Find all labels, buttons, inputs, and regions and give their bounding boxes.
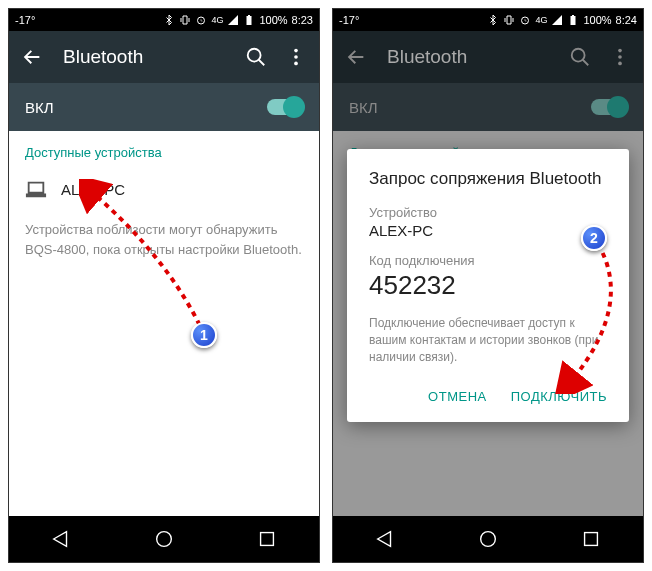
signal-icon: [551, 14, 563, 26]
battery-pct: 100%: [259, 14, 287, 26]
page-title: Bluetooth: [63, 46, 225, 68]
svg-point-8: [572, 49, 585, 62]
svg-rect-6: [261, 533, 274, 546]
nav-back-icon[interactable]: [50, 528, 72, 550]
signal-icon: [227, 14, 239, 26]
svg-point-4: [294, 62, 298, 66]
code-label: Код подключения: [369, 253, 607, 268]
clock: 8:24: [616, 14, 637, 26]
nav-bar: [9, 516, 319, 562]
svg-point-1: [248, 49, 261, 62]
device-name: ALEX-PC: [61, 181, 125, 198]
more-icon[interactable]: [285, 46, 307, 68]
available-devices-header: Доступные устройства: [25, 145, 303, 160]
battery-icon: [243, 14, 255, 26]
pairing-dialog: Запрос сопряжения Bluetooth Устройство A…: [347, 149, 629, 422]
svg-point-5: [157, 532, 172, 547]
search-icon[interactable]: [569, 46, 591, 68]
nav-recent-icon[interactable]: [256, 528, 278, 550]
dialog-info: Подключение обеспечивает доступ к вашим …: [369, 315, 607, 365]
clock: 8:23: [292, 14, 313, 26]
toggle-label: ВКЛ: [349, 99, 378, 116]
status-icons: 4G 100% 8:23: [163, 14, 313, 26]
alarm-icon: [519, 14, 531, 26]
callout-1: 1: [191, 322, 217, 348]
svg-point-3: [294, 55, 298, 59]
svg-point-12: [481, 532, 496, 547]
bluetooth-toggle[interactable]: [591, 99, 627, 115]
status-bar: -17° 4G 100% 8:23: [9, 9, 319, 31]
phone-left: -17° 4G 100% 8:23 Bluetooth ВКЛ Доступны…: [8, 8, 320, 563]
device-label: Устройство: [369, 205, 607, 220]
dialog-title: Запрос сопряжения Bluetooth: [369, 169, 607, 189]
vibrate-icon: [179, 14, 191, 26]
bluetooth-icon: [487, 14, 499, 26]
bluetooth-icon: [163, 14, 175, 26]
device-item[interactable]: ALEX-PC: [25, 178, 303, 200]
svg-rect-13: [585, 533, 598, 546]
nav-bar: [333, 516, 643, 562]
bluetooth-toggle-row: ВКЛ: [9, 83, 319, 131]
nav-home-icon[interactable]: [153, 528, 175, 550]
nav-home-icon[interactable]: [477, 528, 499, 550]
svg-point-10: [618, 55, 622, 59]
app-header: Bluetooth: [9, 31, 319, 83]
app-header: Bluetooth: [333, 31, 643, 83]
nav-recent-icon[interactable]: [580, 528, 602, 550]
temperature: -17°: [15, 14, 35, 26]
content-area: Доступные устройства ALEX-PC Устройства …: [9, 131, 319, 516]
vibrate-icon: [503, 14, 515, 26]
temperature: -17°: [339, 14, 359, 26]
status-bar: -17° 4G 100% 8:24: [333, 9, 643, 31]
phone-right: -17° 4G 100% 8:24 Bluetooth ВКЛ Доступны…: [332, 8, 644, 563]
svg-point-2: [294, 49, 298, 53]
device-value: ALEX-PC: [369, 222, 607, 239]
toggle-label: ВКЛ: [25, 99, 54, 116]
code-value: 452232: [369, 270, 607, 301]
battery-pct: 100%: [583, 14, 611, 26]
more-icon[interactable]: [609, 46, 631, 68]
svg-point-9: [618, 49, 622, 53]
back-icon[interactable]: [345, 46, 367, 68]
status-icons: 4G 100% 8:24: [487, 14, 637, 26]
back-icon[interactable]: [21, 46, 43, 68]
cancel-button[interactable]: ОТМЕНА: [428, 389, 487, 404]
bluetooth-toggle[interactable]: [267, 99, 303, 115]
bluetooth-toggle-row: ВКЛ: [333, 83, 643, 131]
laptop-icon: [25, 178, 47, 200]
callout-2: 2: [581, 225, 607, 251]
nav-back-icon[interactable]: [374, 528, 396, 550]
battery-icon: [567, 14, 579, 26]
search-icon[interactable]: [245, 46, 267, 68]
connect-button[interactable]: ПОДКЛЮЧИТЬ: [511, 389, 607, 404]
alarm-icon: [195, 14, 207, 26]
network-label: 4G: [535, 15, 547, 25]
network-label: 4G: [211, 15, 223, 25]
discovery-info: Устройства поблизости могут обнаружить B…: [25, 220, 303, 259]
svg-point-11: [618, 62, 622, 66]
page-title: Bluetooth: [387, 46, 549, 68]
